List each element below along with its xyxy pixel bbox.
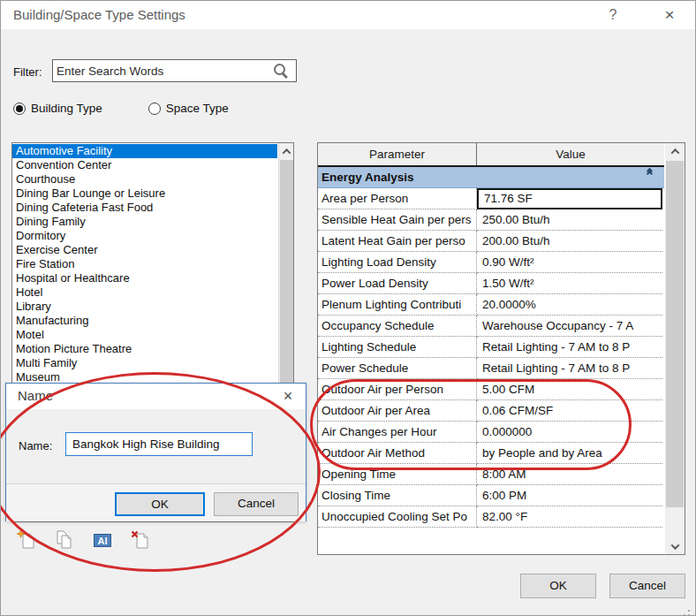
table-scrollbar[interactable] [665, 143, 685, 554]
list-item[interactable]: Manufacturing [12, 314, 277, 328]
radio-circle-icon[interactable] [13, 103, 26, 115]
list-item[interactable]: Exercise Center [12, 243, 277, 257]
resize-grip[interactable] [679, 610, 681, 612]
name-cancel-button[interactable]: Cancel [214, 492, 299, 516]
new-type-icon[interactable] [15, 528, 38, 551]
table-row[interactable]: Outdoor Air Method by People and by Area [318, 443, 664, 464]
parameter-value-cell[interactable]: 200.00 Btu/h [477, 231, 662, 252]
table-row[interactable]: Outdoor Air per Person 5.00 CFM [318, 379, 664, 400]
building-type-items: Automotive Facility Convention Center Co… [12, 144, 277, 384]
list-item[interactable]: Dining Bar Lounge or Leisure [12, 186, 277, 201]
parameter-value-cell[interactable]: 5.00 CFM [477, 379, 662, 400]
type-radio-group: Building Type Space Type [13, 102, 229, 115]
ok-button[interactable]: OK [520, 574, 596, 598]
list-item[interactable]: Fire Station [12, 257, 277, 271]
parameter-name-cell: Lighting Load Density [318, 252, 477, 273]
list-item[interactable]: Multi Family [12, 356, 277, 370]
group-header-energy-analysis[interactable]: Energy Analysis [318, 167, 664, 188]
list-item[interactable]: Library [12, 300, 277, 314]
list-item[interactable]: Motel [12, 328, 277, 342]
parameter-value-cell[interactable]: 0.06 CFM/SF [477, 400, 662, 422]
list-item[interactable]: Dormitory [12, 229, 277, 243]
type-radio-option[interactable]: Building Type [13, 102, 102, 115]
scroll-down-icon[interactable] [665, 538, 685, 554]
scroll-up-icon[interactable] [279, 143, 293, 159]
parameter-value-cell[interactable]: Retail Lighting - 7 AM to 8 P [477, 358, 662, 379]
parameter-name-cell: Sensible Heat Gain per pers [318, 209, 477, 231]
parameter-value-cell[interactable]: Retail Lighting - 7 AM to 8 P [477, 337, 662, 358]
delete-type-icon[interactable] [129, 528, 152, 551]
table-row[interactable]: Air Changes per Hour 0.000000 [318, 422, 664, 443]
collapse-icon[interactable] [647, 170, 652, 175]
dialog-title: Building/Space Type Settings [13, 7, 185, 22]
list-item[interactable]: Hotel [12, 285, 277, 300]
parameter-name-cell: Closing Time [318, 485, 477, 506]
column-header-value[interactable]: Value [477, 143, 664, 165]
parameter-name-cell: Area per Person [318, 188, 477, 209]
name-dialog-footer: OK Cancel [6, 483, 306, 521]
parameter-name-cell: Power Load Density [318, 273, 477, 294]
parameter-value-cell[interactable]: 8:00 AM [477, 464, 662, 485]
column-header-parameter[interactable]: Parameter [318, 143, 477, 165]
help-icon[interactable]: ? [600, 4, 626, 26]
table-row[interactable]: Latent Heat Gain per perso 200.00 Btu/h [318, 231, 664, 252]
table-row[interactable]: Outdoor Air per Area 0.06 CFM/SF [318, 400, 664, 422]
table-row[interactable]: Plenum Lighting Contributi 20.0000% [318, 294, 664, 316]
parameter-value-cell[interactable]: 0.90 W/ft² [477, 252, 662, 273]
table-row[interactable]: Area per Person 71.76 SF [318, 188, 664, 209]
list-item[interactable]: Dining Family [12, 215, 277, 229]
table-row[interactable]: Power Schedule Retail Lighting - 7 AM to… [318, 358, 664, 379]
search-input[interactable] [57, 61, 269, 80]
parameter-name-cell: Power Schedule [318, 358, 477, 379]
search-icon[interactable] [274, 64, 289, 79]
table-row[interactable]: Opening Time 8:00 AM [318, 464, 664, 485]
list-item[interactable]: Hospital or Healthcare [12, 271, 277, 285]
parameter-value-cell[interactable]: 1.50 W/ft² [477, 273, 662, 294]
parameter-name-cell: Outdoor Air per Area [318, 400, 477, 422]
list-item[interactable]: Convention Center [12, 158, 277, 172]
parameter-value-cell[interactable]: 0.000000 [477, 422, 662, 443]
parameter-value-cell[interactable]: 6:00 PM [477, 485, 662, 506]
table-row[interactable]: Occupancy Schedule Warehouse Occupancy -… [318, 316, 664, 337]
parameter-value-cell[interactable]: 71.76 SF [477, 188, 662, 209]
list-item[interactable]: Courthouse [12, 172, 277, 186]
list-item[interactable]: Automotive Facility [12, 144, 277, 158]
table-row[interactable]: Power Load Density 1.50 W/ft² [318, 273, 664, 294]
radio-label: Building Type [31, 102, 102, 115]
cancel-button[interactable]: Cancel [609, 574, 685, 598]
radio-label: Space Type [166, 102, 229, 115]
rename-type-icon[interactable]: AI [91, 528, 114, 551]
table-row[interactable]: Lighting Load Density 0.90 W/ft² [318, 252, 664, 273]
table-row[interactable]: Unoccupied Cooling Set Po 82.00 °F [318, 506, 664, 528]
parameter-value-cell[interactable]: Warehouse Occupancy - 7 A [477, 316, 662, 337]
parameter-name-cell: Occupancy Schedule [318, 316, 477, 337]
table-header: Parameter Value [318, 143, 664, 167]
parameter-name-cell: Air Changes per Hour [318, 422, 477, 443]
table-row[interactable]: Lighting Schedule Retail Lighting - 7 AM… [318, 337, 664, 358]
parameter-value-cell[interactable]: 250.00 Btu/h [477, 209, 662, 231]
name-input[interactable] [65, 432, 253, 456]
type-radio-option[interactable]: Space Type [148, 102, 229, 115]
parameter-value-cell[interactable]: by People and by Area [477, 443, 662, 464]
parameter-name-cell: Outdoor Air Method [318, 443, 477, 464]
name-dialog-title-bar: Name × [6, 384, 306, 409]
table-row[interactable]: Closing Time 6:00 PM [318, 485, 664, 506]
radio-circle-icon[interactable] [148, 103, 161, 115]
title-bar: Building/Space Type Settings ? × [1, 1, 695, 29]
scroll-up-icon[interactable] [665, 143, 685, 159]
close-icon[interactable]: × [656, 4, 683, 26]
parameter-name-cell: Latent Heat Gain per perso [318, 231, 477, 252]
parameter-value-cell[interactable]: 82.00 °F [477, 506, 662, 528]
list-item[interactable]: Dining Cafeteria Fast Food [12, 201, 277, 215]
svg-text:AI: AI [98, 535, 108, 545]
table-scrollbar-thumb[interactable] [666, 161, 684, 507]
close-icon[interactable]: × [277, 385, 299, 407]
list-item[interactable]: Motion Picture Theatre [12, 342, 277, 356]
duplicate-type-icon[interactable] [53, 528, 76, 551]
table-row[interactable]: Sensible Heat Gain per pers 250.00 Btu/h [318, 209, 664, 231]
parameter-name-cell: Unoccupied Cooling Set Po [318, 506, 477, 528]
parameter-name-cell: Outdoor Air per Person [318, 379, 477, 400]
name-ok-button[interactable]: OK [115, 492, 205, 516]
parameter-value-cell[interactable]: 20.0000% [477, 294, 662, 316]
building-space-type-settings-dialog: Building/Space Type Settings ? × Filter:… [0, 0, 696, 616]
